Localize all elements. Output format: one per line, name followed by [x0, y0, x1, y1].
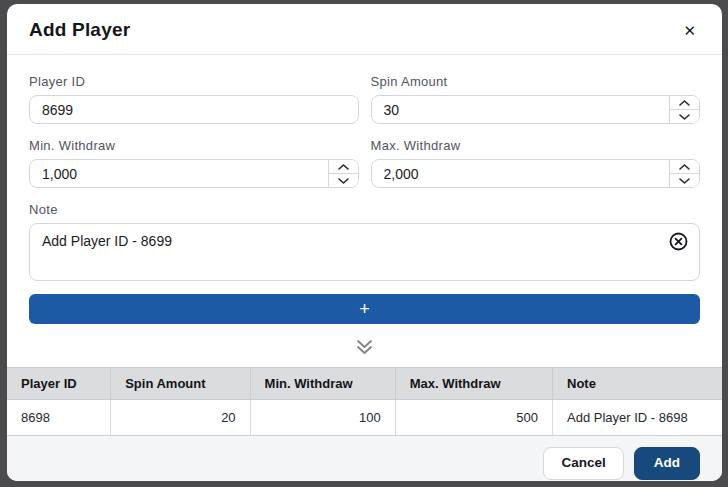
- modal-title: Add Player: [29, 19, 130, 41]
- col-header-max-withdraw: Max. Withdraw: [395, 368, 552, 400]
- player-id-input[interactable]: [30, 96, 358, 123]
- chevron-up-icon[interactable]: [329, 160, 358, 174]
- cancel-button[interactable]: Cancel: [543, 447, 623, 480]
- spin-amount-label: Spin Amount: [371, 74, 701, 89]
- cell-min-withdraw: 100: [250, 400, 395, 436]
- player-id-field: Player ID: [29, 74, 359, 124]
- double-chevron-down-icon[interactable]: [354, 337, 375, 357]
- note-field: Note Add Player ID - 8699: [29, 202, 700, 281]
- col-header-min-withdraw: Min. Withdraw: [250, 368, 395, 400]
- cell-player-id: 8698: [7, 400, 111, 436]
- add-row-button[interactable]: +: [29, 294, 700, 324]
- table-row[interactable]: 8698 20 100 500 Add Player ID - 8698: [7, 400, 722, 436]
- min-withdraw-label: Min. Withdraw: [29, 138, 359, 153]
- note-input-group: Add Player ID - 8699: [29, 223, 700, 281]
- table-header-row: Player ID Spin Amount Min. Withdraw Max.…: [7, 368, 722, 400]
- collapse-row: [29, 324, 700, 367]
- max-withdraw-label: Max. Withdraw: [371, 138, 701, 153]
- chevron-down-icon[interactable]: [670, 110, 699, 123]
- max-withdraw-field: Max. Withdraw: [371, 138, 701, 188]
- max-withdraw-spinner: [669, 160, 699, 187]
- cell-spin-amount: 20: [111, 400, 250, 436]
- spin-amount-spinner: [669, 96, 699, 123]
- max-withdraw-input[interactable]: [372, 160, 700, 187]
- col-header-spin-amount: Spin Amount: [111, 368, 250, 400]
- cell-max-withdraw: 500: [395, 400, 552, 436]
- max-withdraw-input-group: [371, 159, 701, 188]
- chevron-up-icon[interactable]: [670, 160, 699, 174]
- chevron-down-icon[interactable]: [670, 174, 699, 187]
- modal-footer: Cancel Add: [7, 436, 722, 481]
- min-withdraw-field: Min. Withdraw: [29, 138, 359, 188]
- modal-header: Add Player ✕: [7, 4, 722, 55]
- modal-body: Player ID Spin Amount Min. Withdraw: [7, 55, 722, 367]
- spin-amount-input-group: [371, 95, 701, 124]
- col-header-player-id: Player ID: [7, 368, 111, 400]
- chevron-up-icon[interactable]: [670, 96, 699, 110]
- player-id-input-group: [29, 95, 359, 124]
- clear-note-icon[interactable]: [669, 232, 688, 251]
- spin-amount-input[interactable]: [372, 96, 700, 123]
- chevron-down-icon[interactable]: [329, 174, 358, 187]
- player-id-label: Player ID: [29, 74, 359, 89]
- min-withdraw-input-group: [29, 159, 359, 188]
- col-header-note: Note: [553, 368, 722, 400]
- players-table: Player ID Spin Amount Min. Withdraw Max.…: [7, 367, 722, 436]
- note-label: Note: [29, 202, 700, 217]
- cell-note: Add Player ID - 8698: [553, 400, 722, 436]
- close-icon[interactable]: ✕: [679, 21, 700, 40]
- add-player-modal: Add Player ✕ Player ID Spin Amount: [7, 4, 722, 481]
- spin-amount-field: Spin Amount: [371, 74, 701, 124]
- min-withdraw-spinner: [328, 160, 358, 187]
- min-withdraw-input[interactable]: [30, 160, 358, 187]
- add-button[interactable]: Add: [634, 447, 700, 480]
- note-input[interactable]: Add Player ID - 8699: [30, 224, 699, 280]
- form-grid: Player ID Spin Amount Min. Withdraw: [29, 74, 700, 188]
